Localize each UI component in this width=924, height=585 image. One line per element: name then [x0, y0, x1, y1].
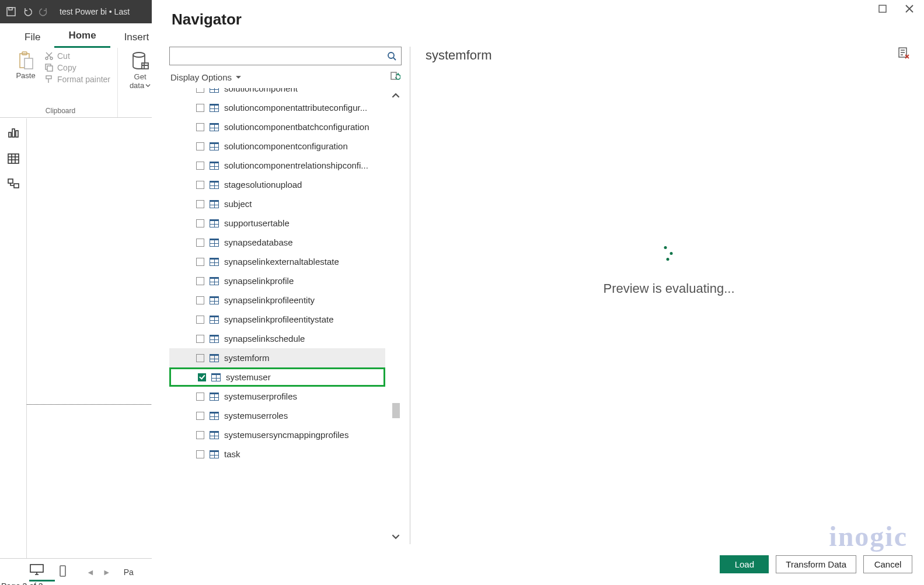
navigator-title: Navigator [152, 0, 924, 29]
table-row[interactable]: stagesolutionupload [169, 175, 385, 194]
table-row[interactable]: supportusertable [169, 213, 385, 233]
window-title: test Power bi • Last [60, 7, 130, 16]
display-options-label: Display Options [170, 72, 232, 82]
copy-button[interactable]: Copy [44, 63, 110, 72]
checkbox[interactable] [196, 239, 204, 247]
table-row[interactable]: systemuserprofiles [169, 387, 385, 406]
table-row[interactable]: synapselinkprofile [169, 271, 385, 290]
table-label: systemusersyncmappingprofiles [224, 430, 348, 440]
page-nav-next-icon[interactable]: ► [103, 568, 111, 577]
data-view-icon[interactable] [7, 152, 20, 165]
checkbox[interactable] [196, 258, 204, 266]
checkbox[interactable] [196, 104, 204, 112]
table-icon [211, 373, 221, 381]
checkbox[interactable] [196, 450, 204, 458]
checkbox[interactable] [196, 123, 204, 131]
checkbox[interactable] [196, 200, 204, 208]
page-nav-prev-icon[interactable]: ◄ [86, 568, 95, 577]
table-label: systemuserroles [224, 411, 288, 421]
checkbox[interactable] [196, 296, 204, 304]
table-icon [210, 142, 219, 150]
search-icon[interactable] [382, 47, 401, 65]
table-row[interactable]: systemuserroles [169, 406, 385, 425]
table-label: task [224, 449, 240, 459]
table-row[interactable]: synapsedatabase [169, 233, 385, 252]
checkbox[interactable] [196, 142, 204, 150]
table-label: synapselinkprofileentity [224, 295, 315, 305]
get-data-button[interactable]: Get data [125, 51, 155, 90]
model-view-icon[interactable] [7, 178, 20, 191]
svg-point-5 [46, 57, 48, 59]
checkbox[interactable] [196, 88, 204, 93]
checkbox[interactable] [196, 431, 204, 439]
report-view-icon[interactable] [7, 127, 20, 139]
mobile-layout-icon[interactable] [55, 565, 81, 579]
table-label: synapselinkprofile [224, 276, 294, 286]
table-icon [210, 450, 219, 458]
checkbox[interactable] [196, 393, 204, 401]
checkbox[interactable] [196, 219, 204, 227]
preview-title: systemform [426, 48, 912, 63]
table-row[interactable]: task [169, 444, 385, 464]
table-row[interactable]: solutioncomponentconfiguration [169, 136, 385, 156]
transform-data-button[interactable]: Transform Data [776, 555, 856, 573]
window-close-icon[interactable] [904, 3, 915, 14]
table-row[interactable]: systemform [169, 348, 385, 367]
table-row[interactable]: synapselinkexternaltablestate [169, 252, 385, 271]
window-restore-icon[interactable] [877, 3, 888, 14]
cancel-button[interactable]: Cancel [863, 555, 912, 573]
table-icon [210, 162, 219, 170]
table-row[interactable]: solutioncomponent [169, 88, 385, 98]
svg-point-10 [133, 52, 145, 57]
checkbox[interactable] [196, 277, 204, 285]
format-painter-button[interactable]: Format painter [44, 75, 110, 84]
checkbox[interactable] [196, 412, 204, 420]
table-icon [210, 412, 219, 420]
preview-cancel-icon[interactable] [897, 47, 910, 59]
redo-icon[interactable] [39, 6, 49, 17]
tab-home[interactable]: Home [54, 24, 110, 48]
svg-rect-22 [391, 72, 396, 79]
table-label: synapselinkprofileentitystate [224, 314, 334, 324]
table-row[interactable]: synapselinkschedule [169, 329, 385, 348]
refresh-icon[interactable] [390, 71, 400, 83]
undo-icon[interactable] [22, 6, 33, 17]
svg-rect-15 [8, 154, 19, 163]
table-row[interactable]: solutioncomponentattributeconfigur... [169, 98, 385, 117]
checkbox[interactable] [198, 373, 206, 381]
table-label: stagesolutionupload [224, 180, 302, 190]
table-icon [210, 296, 219, 304]
table-row[interactable]: solutioncomponentbatchconfiguration [169, 117, 385, 136]
format-painter-label: Format painter [57, 75, 110, 84]
display-options-dropdown[interactable]: Display Options [170, 72, 242, 82]
checkbox[interactable] [196, 181, 204, 189]
paste-button[interactable]: Paste [11, 51, 41, 80]
desktop-layout-icon[interactable] [29, 563, 55, 582]
preview-loading-text: Preview is evaluating... [604, 281, 735, 296]
table-label: solutioncomponent [224, 88, 298, 93]
svg-rect-4 [25, 58, 33, 69]
save-icon[interactable] [6, 6, 16, 17]
table-row[interactable]: synapselinkprofileentitystate [169, 310, 385, 329]
table-row[interactable]: synapselinkprofileentity [169, 290, 385, 310]
scroll-down-icon[interactable] [392, 533, 400, 541]
checkbox[interactable] [196, 354, 204, 362]
cut-button[interactable]: Cut [44, 51, 110, 61]
checkbox[interactable] [196, 335, 204, 343]
table-label: systemuserprofiles [224, 391, 297, 401]
table-row[interactable]: subject [169, 194, 385, 213]
tab-file[interactable]: File [11, 26, 54, 48]
table-row[interactable]: solutioncomponentrelationshipconfi... [169, 156, 385, 175]
checkbox[interactable] [196, 162, 204, 170]
checkbox[interactable] [196, 316, 204, 324]
load-button[interactable]: Load [720, 555, 769, 573]
clipboard-group-label: Clipboard [46, 107, 75, 117]
scroll-up-icon[interactable] [392, 92, 400, 100]
svg-rect-12 [9, 132, 11, 137]
search-input[interactable] [170, 47, 382, 65]
chevron-down-icon [145, 83, 151, 88]
scrollbar-thumb[interactable] [392, 403, 400, 418]
table-row[interactable]: systemuser [169, 367, 385, 387]
table-row[interactable]: systemusersyncmappingprofiles [169, 425, 385, 444]
table-icon [210, 88, 219, 93]
